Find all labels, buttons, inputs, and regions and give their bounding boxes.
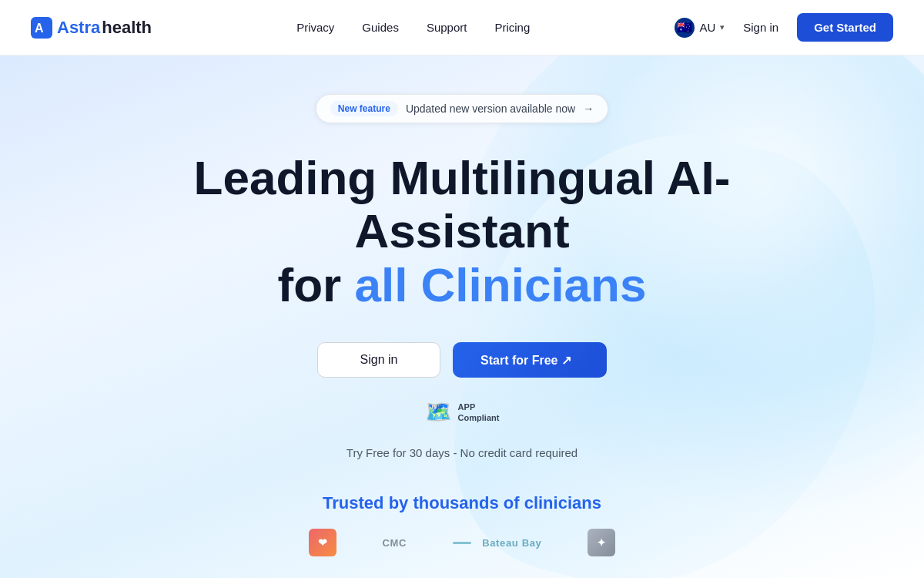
logo-health: health xyxy=(102,18,152,38)
flag-icon: 🇦🇺 xyxy=(675,18,695,38)
logo-icon-4: ✦ xyxy=(588,529,615,556)
badge-arrow-icon: → xyxy=(583,102,594,115)
hero-start-free-button[interactable]: Start for Free ↗ xyxy=(453,342,607,378)
hero-title-highlight: all Clinicians xyxy=(354,258,646,311)
nav-guides[interactable]: Guides xyxy=(362,21,399,34)
locale-label: AU xyxy=(699,21,715,34)
badge-new-label: New feature xyxy=(330,101,398,116)
trial-text: Try Free for 30 days - No credit card re… xyxy=(346,446,578,459)
hero-buttons: Sign in Start for Free ↗ xyxy=(317,342,607,378)
logo-icon-1: ❤ xyxy=(309,529,336,556)
app-compliant-badge: 🗺️ APP Compliant xyxy=(425,399,500,425)
locale-selector[interactable]: 🇦🇺 AU ▾ xyxy=(675,18,725,38)
badge-message: Updated new version available now xyxy=(406,102,575,115)
chevron-down-icon: ▾ xyxy=(720,22,725,32)
nav-sign-in[interactable]: Sign in xyxy=(743,21,778,34)
trusted-logo-1: ❤ xyxy=(309,529,336,556)
australia-icon: 🗺️ xyxy=(425,399,452,425)
hero-title-part1: Leading Multilingual AI-Assistant xyxy=(194,151,731,257)
hero-content: New feature Updated new version availabl… xyxy=(0,55,924,556)
trusted-title: Trusted by thousands of clinicians xyxy=(323,493,601,513)
hero-sign-in-button[interactable]: Sign in xyxy=(317,342,440,378)
get-started-button[interactable]: Get Started xyxy=(797,13,893,42)
nav-pricing[interactable]: Pricing xyxy=(494,21,530,34)
hero-title: Leading Multilingual AI-Assistant for al… xyxy=(131,151,793,311)
hero-section: New feature Updated new version availabl… xyxy=(0,55,924,578)
trusted-logo-4: ✦ xyxy=(588,529,615,556)
navbar: A Astrahealth Privacy Guides Support Pri… xyxy=(0,0,924,55)
app-compliant-text: APP Compliant xyxy=(458,402,500,424)
trusted-logos: ❤ CMC Bateau Bay ✦ xyxy=(309,529,616,556)
svg-text:A: A xyxy=(35,22,44,35)
nav-links: Privacy Guides Support Pricing xyxy=(296,21,530,35)
nav-privacy[interactable]: Privacy xyxy=(296,21,334,34)
new-feature-badge[interactable]: New feature Updated new version availabl… xyxy=(316,94,608,123)
hero-title-part2: for xyxy=(278,258,355,311)
logo-text-2: CMC xyxy=(383,537,407,549)
trusted-logo-2: CMC xyxy=(383,537,407,549)
logo-dash-3 xyxy=(453,542,471,544)
trusted-logo-3: Bateau Bay xyxy=(453,537,541,549)
logo-astra: Astra xyxy=(57,18,100,38)
nav-support[interactable]: Support xyxy=(427,21,467,34)
nav-right: 🇦🇺 AU ▾ Sign in Get Started xyxy=(675,13,893,42)
logo[interactable]: A Astrahealth xyxy=(31,17,152,39)
logo-text-3: Bateau Bay xyxy=(482,537,541,549)
